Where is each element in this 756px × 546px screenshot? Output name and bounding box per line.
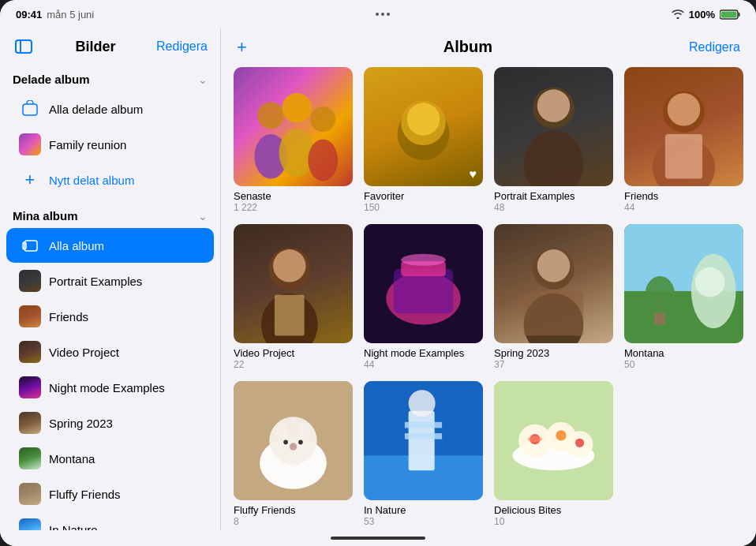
section-mina-header: Mina album ⌄: [0, 198, 220, 227]
status-time: 09:41: [16, 9, 42, 21]
add-album-button[interactable]: +: [237, 39, 247, 56]
album-card-senaste[interactable]: Senaste 1 222: [234, 67, 353, 213]
sidebar-item-alla-delade[interactable]: Alla delade album: [6, 92, 214, 126]
sidebar-title: Bilder: [76, 39, 116, 55]
nytt-delat-icon: +: [19, 169, 41, 191]
album-thumb-senaste: [234, 67, 353, 186]
album-card-nature[interactable]: In Nature 53: [364, 381, 483, 527]
content-area: + Album Redigera: [221, 28, 756, 530]
portrait-name: Portrait Examples: [494, 190, 613, 202]
album-card-fluffy[interactable]: Fluffy Friends 8: [234, 381, 353, 527]
sidebar-item-video[interactable]: Video Project: [6, 335, 214, 369]
heart-badge: ♥: [470, 167, 477, 181]
album-thumb-spring: [494, 224, 613, 343]
svg-point-19: [537, 89, 571, 122]
album-thumb-video: [234, 224, 353, 343]
svg-point-18: [524, 130, 584, 186]
battery-label: 100%: [689, 9, 715, 21]
three-dots: [376, 13, 390, 16]
montana-label: Montana: [49, 452, 95, 466]
svg-point-40: [695, 267, 725, 297]
sidebar-item-portrait[interactable]: Portrait Examples: [6, 264, 214, 298]
sidebar-toggle-button[interactable]: [13, 38, 35, 55]
sidebar-edit-button[interactable]: Redigera: [156, 39, 208, 54]
sidebar-item-fluffy[interactable]: Fluffy Friends: [6, 477, 214, 511]
sidebar-item-alla-album[interactable]: Alla album: [6, 228, 214, 263]
fluffy-count: 8: [234, 516, 353, 527]
svg-point-12: [310, 107, 335, 132]
svg-rect-55: [405, 433, 442, 439]
svg-point-64: [575, 439, 584, 447]
sidebar-item-spring[interactable]: Spring 2023: [6, 406, 214, 440]
album-thumb-night: [364, 224, 483, 343]
sidebar-item-friends[interactable]: Friends: [6, 299, 214, 334]
status-day: mån 5 juni: [47, 9, 94, 21]
album-thumb-montana: [624, 224, 743, 343]
svg-rect-53: [409, 411, 435, 471]
fluffy-icon: [19, 483, 41, 505]
svg-point-63: [556, 430, 566, 440]
sidebar-item-nytt-delat[interactable]: + Nytt delat album: [6, 163, 214, 197]
sidebar-item-nature[interactable]: In Nature: [6, 512, 214, 530]
night-name: Night mode Examples: [364, 347, 483, 359]
dot3: [387, 13, 390, 16]
sidebar-nav: Delade album ⌄ Alla delade album: [0, 62, 220, 530]
svg-point-50: [298, 440, 303, 445]
spring-icon: [19, 412, 41, 434]
spring-name: Spring 2023: [494, 347, 613, 359]
album-card-friends[interactable]: Friends 44: [624, 67, 743, 213]
sidebar-item-family-reunion[interactable]: Family reunion: [6, 127, 214, 162]
album-thumb-nature: [364, 381, 483, 500]
portrait-count: 48: [494, 202, 613, 213]
section-mina-chevron[interactable]: ⌄: [198, 210, 208, 223]
svg-point-65: [527, 436, 542, 443]
svg-point-32: [401, 254, 446, 266]
section-delade-chevron[interactable]: ⌄: [198, 73, 208, 86]
svg-rect-2: [720, 11, 736, 17]
family-reunion-label: Family reunion: [49, 138, 126, 151]
home-bar: [331, 537, 425, 540]
video-name: Video Project: [234, 347, 353, 359]
dot2: [381, 13, 384, 16]
alla-delade-label: Alla delade album: [49, 103, 143, 116]
album-card-montana[interactable]: Montana 50: [624, 224, 743, 370]
senaste-count: 1 222: [234, 202, 353, 213]
sidebar-item-night[interactable]: Night mode Examples: [6, 370, 214, 405]
content-title: Album: [443, 38, 492, 56]
album-card-video[interactable]: Video Project 22: [234, 224, 353, 370]
album-card-portrait[interactable]: Portrait Examples 48: [494, 67, 613, 213]
svg-point-56: [409, 390, 436, 417]
friends-name: Friends: [624, 190, 743, 202]
svg-point-46: [276, 423, 288, 441]
album-thumb-favoriter: ♥: [364, 67, 483, 186]
album-card-favoriter[interactable]: ♥ Favoriter 150: [364, 67, 483, 213]
album-card-delicious[interactable]: Delicious Bites 10: [494, 381, 613, 527]
svg-point-16: [407, 103, 440, 136]
svg-point-45: [269, 417, 316, 464]
svg-point-49: [283, 440, 288, 445]
alla-delade-icon: [19, 98, 41, 120]
sidebar-header: Bilder Redigera: [0, 28, 220, 62]
section-delade-header: Delade album ⌄: [0, 62, 220, 91]
nature-icon: [19, 518, 41, 530]
family-reunion-icon: [19, 133, 41, 155]
svg-point-26: [273, 249, 306, 282]
sidebar-item-montana[interactable]: Montana: [6, 441, 214, 476]
nature-count: 53: [364, 516, 483, 527]
delicious-count: 10: [494, 516, 613, 527]
portrait-icon: [19, 270, 41, 292]
status-bar-left: 09:41 mån 5 juni: [16, 9, 94, 21]
album-card-night[interactable]: Night mode Examples 44: [364, 224, 483, 370]
spring-label: Spring 2023: [49, 417, 113, 430]
video-count: 22: [234, 359, 353, 370]
night-label: Night mode Examples: [49, 381, 165, 395]
album-card-spring[interactable]: Spring 2023 37: [494, 224, 613, 370]
montana-icon: [19, 447, 41, 469]
senaste-name: Senaste: [234, 190, 353, 202]
video-label: Video Project: [49, 346, 119, 359]
svg-point-48: [290, 443, 297, 450]
main-layout: Bilder Redigera Delade album ⌄: [0, 28, 756, 530]
delicious-name: Delicious Bites: [494, 504, 613, 516]
nytt-delat-label: Nytt delat album: [49, 174, 134, 187]
content-edit-button[interactable]: Redigera: [689, 40, 740, 54]
